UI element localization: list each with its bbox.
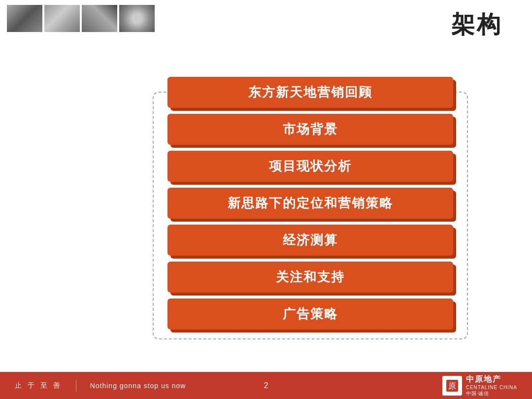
- menu-item-7[interactable]: 广告策略: [167, 299, 453, 330]
- menu-container: 东方新天地营销回顾 市场背景 项目现状分析 新思路下的定位和营销策略 经济测算 …: [167, 77, 453, 330]
- header-thumb-1: [7, 5, 42, 32]
- menu-btn-2[interactable]: 市场背景: [167, 114, 453, 145]
- footer-left: 止 于 至 善 Nothing gonna stop us now: [15, 380, 186, 392]
- menu-btn-6[interactable]: 关注和支持: [167, 262, 453, 293]
- svg-text:原: 原: [448, 382, 456, 390]
- menu-btn-3[interactable]: 项目现状分析: [167, 151, 453, 182]
- logo-country-text: 中国·诚信: [466, 390, 517, 397]
- menu-item-2[interactable]: 市场背景: [167, 114, 453, 145]
- menu-item-5[interactable]: 经济测算: [167, 225, 453, 256]
- menu-item-4[interactable]: 新思路下的定位和营销策略: [167, 188, 453, 219]
- menu-btn-5[interactable]: 经济测算: [167, 225, 453, 256]
- footer-logo: 原 中原地产 CENTALINE CHINA 中国·诚信: [442, 374, 517, 397]
- header-thumb-3: [82, 5, 117, 32]
- footer-chinese-motto: 止 于 至 善: [15, 381, 62, 390]
- header-thumbnails: [0, 0, 162, 37]
- logo-text: 中原地产 CENTALINE CHINA 中国·诚信: [466, 374, 517, 397]
- footer-separator: [76, 380, 76, 392]
- menu-btn-7[interactable]: 广告策略: [167, 299, 453, 330]
- footer-english-motto: Nothing gonna stop us now: [90, 382, 186, 390]
- logo-main-text: 中原地产: [466, 374, 517, 385]
- logo-en-text: CENTALINE CHINA: [466, 385, 517, 390]
- menu-item-6[interactable]: 关注和支持: [167, 262, 453, 293]
- menu-item-1[interactable]: 东方新天地营销回顾: [167, 77, 453, 108]
- menu-items: 东方新天地营销回顾 市场背景 项目现状分析 新思路下的定位和营销策略 经济测算 …: [167, 77, 453, 330]
- menu-btn-1[interactable]: 东方新天地营销回顾: [167, 77, 453, 108]
- menu-btn-4[interactable]: 新思路下的定位和营销策略: [167, 188, 453, 219]
- page-title: 架构: [451, 9, 502, 40]
- header-thumb-4: [119, 5, 155, 32]
- header-thumb-2: [44, 5, 80, 32]
- footer-page-number: 2: [264, 381, 268, 390]
- main-content: 东方新天地营销回顾 市场背景 项目现状分析 新思路下的定位和营销策略 经济测算 …: [113, 44, 507, 362]
- logo-icon: 原: [442, 376, 462, 396]
- footer: 止 于 至 善 Nothing gonna stop us now 2 原 中原…: [0, 372, 532, 399]
- menu-item-3[interactable]: 项目现状分析: [167, 151, 453, 182]
